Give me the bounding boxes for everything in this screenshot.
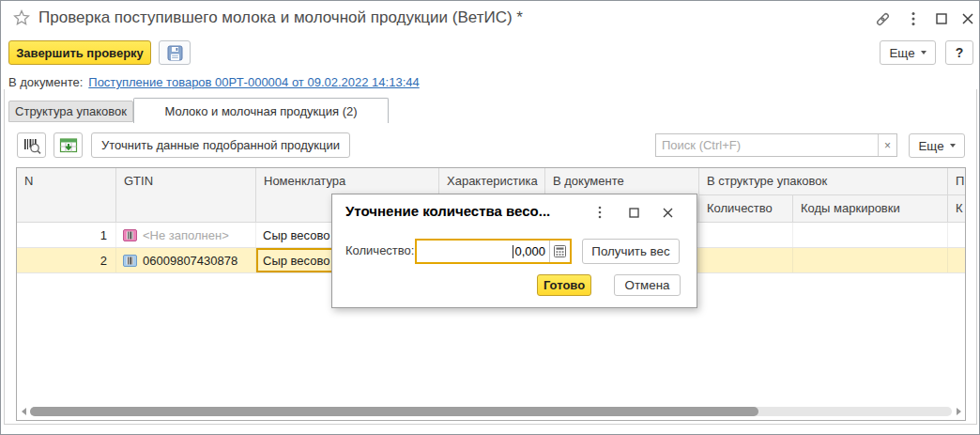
search-input[interactable] <box>656 134 878 156</box>
scroll-right-arrow[interactable] <box>952 403 965 419</box>
scrollbar-track[interactable] <box>30 407 952 416</box>
help-button[interactable]: ? <box>945 40 973 65</box>
cell-gtin[interactable]: 06009807430878 <box>116 248 256 272</box>
chevron-down-icon <box>921 51 926 54</box>
header-in-packaging[interactable]: В структуре упаковок <box>699 168 948 195</box>
text-cursor <box>513 245 513 258</box>
header-k[interactable]: К <box>948 195 966 223</box>
gtin-barcode-icon-pink <box>123 228 137 242</box>
cell-p[interactable] <box>948 248 966 272</box>
cancel-button[interactable]: Отмена <box>614 274 681 296</box>
get-weight-button[interactable]: Получить вес <box>582 239 680 264</box>
title-bar: Проверка поступившего молока и молочной … <box>1 1 979 35</box>
header-p[interactable]: П <box>948 168 966 195</box>
floppy-icon <box>167 45 183 61</box>
dialog-maximize-icon[interactable] <box>625 205 642 220</box>
dialog-more-icon[interactable] <box>591 205 608 220</box>
quantity-dialog: Уточнение количества весо... Количество:… <box>331 194 697 308</box>
header-n[interactable]: N <box>17 168 116 223</box>
quantity-label: Количество: <box>345 243 414 257</box>
maximize-icon[interactable] <box>931 8 952 29</box>
dialog-close-icon[interactable] <box>659 205 676 220</box>
barcode-scan-icon <box>23 137 41 154</box>
calculator-button[interactable] <box>549 241 570 262</box>
search-box: × <box>655 133 897 157</box>
cell-p[interactable] <box>948 223 966 247</box>
search-clear-icon[interactable]: × <box>878 134 896 156</box>
refine-products-button[interactable]: Уточнить данные подобранной продукции <box>91 132 350 158</box>
header-gtin[interactable]: GTIN <box>116 168 256 223</box>
gtin-value: 06009807430878 <box>143 254 237 268</box>
window-more-icon[interactable] <box>903 8 924 29</box>
more-button-top[interactable]: Еще <box>880 40 936 65</box>
close-icon[interactable] <box>957 8 978 29</box>
quantity-input[interactable]: 0,000 <box>415 239 572 264</box>
calculator-icon <box>554 245 566 257</box>
document-link[interactable]: Поступление товаров 00РТ-000004 от 09.02… <box>88 75 419 89</box>
cell-gtin[interactable]: <Не заполнен> <box>116 223 256 247</box>
cell-n[interactable]: 2 <box>17 248 116 272</box>
save-button[interactable] <box>159 40 191 65</box>
document-line: В документе: Поступление товаров 00РТ-00… <box>8 75 420 89</box>
cell-n[interactable]: 1 <box>17 223 116 247</box>
chevron-down-icon <box>950 144 956 148</box>
tab-milk-products[interactable]: Молоко и молочная продукция (2) <box>133 98 389 123</box>
header-group-packaging: В структуре упаковок Количество Коды мар… <box>699 168 948 223</box>
header-marking-codes[interactable]: Коды маркировки <box>793 195 948 223</box>
document-label: В документе: <box>8 75 83 89</box>
cell-quantity[interactable] <box>699 248 793 272</box>
get-link-icon[interactable] <box>872 8 893 29</box>
done-button[interactable]: Готово <box>537 274 591 296</box>
horizontal-scrollbar[interactable] <box>17 403 965 419</box>
tab-packaging-structure[interactable]: Структура упаковок <box>8 101 133 122</box>
header-group-p: П К <box>948 168 966 223</box>
cell-marking-codes[interactable] <box>793 223 948 247</box>
dialog-title: Уточнение количества весо... <box>345 203 591 219</box>
window-title: Проверка поступившего молока и молочной … <box>38 8 523 27</box>
cell-marking-codes[interactable] <box>793 248 948 272</box>
table-import-icon <box>59 137 78 154</box>
scan-barcode-button[interactable] <box>17 132 46 158</box>
gtin-barcode-icon-blue <box>123 254 137 268</box>
fill-table-button[interactable] <box>54 132 83 158</box>
gtin-value: <Не заполнен> <box>143 228 229 242</box>
finish-check-button[interactable]: Завершить проверку <box>8 40 151 65</box>
quantity-value: 0,000 <box>514 244 545 258</box>
cell-quantity[interactable] <box>699 223 793 247</box>
header-quantity[interactable]: Количество <box>699 195 793 223</box>
favorite-star-icon[interactable] <box>13 9 30 26</box>
more-button-panel[interactable]: Еще <box>909 133 965 158</box>
scrollbar-thumb[interactable] <box>30 407 758 416</box>
app-window: Проверка поступившего молока и молочной … <box>0 0 980 435</box>
scroll-left-arrow[interactable] <box>17 403 30 419</box>
